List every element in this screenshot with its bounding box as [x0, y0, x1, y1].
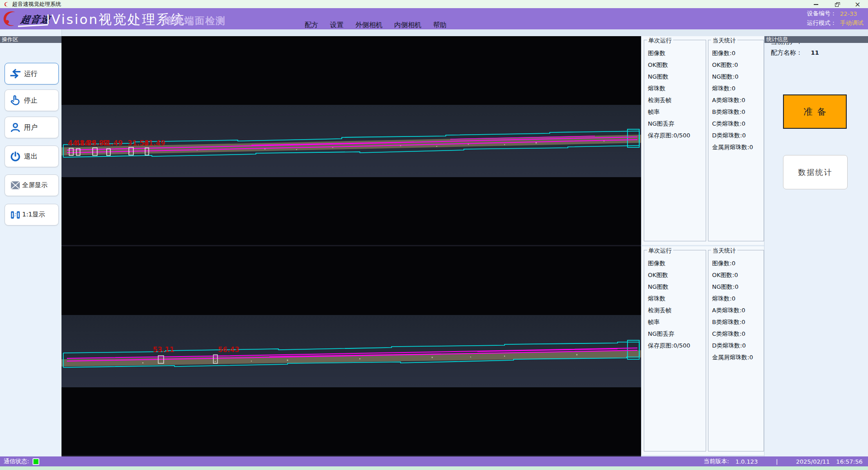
stat-row: NG图数 [644, 71, 706, 83]
stat-row: C类熔珠数:0 [708, 328, 764, 340]
fullscreen-button[interactable]: 全屏显示 [5, 174, 59, 196]
menu-item-inner-camera[interactable]: 内侧相机 [394, 21, 421, 29]
user-button[interactable]: 用户 [5, 117, 59, 138]
close-icon: × [854, 0, 860, 9]
user-button-label: 用户 [24, 123, 38, 132]
stop-button-label: 停止 [24, 96, 38, 105]
recipe-name-label: 配方名称： [771, 49, 802, 56]
comm-status-indicator [33, 458, 39, 465]
status-time: 16:57:56 [836, 458, 863, 465]
stat-row: C类熔珠数:0 [708, 118, 764, 130]
device-id-value: 22-33 [840, 10, 863, 17]
stat-row: 熔珠数:0 [708, 293, 764, 305]
one-to-one-button-label: 1:1显示 [22, 211, 45, 219]
fullscreen-button-label: 全屏显示 [22, 181, 47, 189]
stat-row: NG图数:0 [708, 281, 764, 293]
main-menu: 配方 设置 外侧相机 内侧相机 帮助 [305, 8, 447, 32]
stat-row: 金属屑熔珠数:0 [708, 352, 764, 363]
stop-hand-icon [9, 94, 21, 106]
brand-logo: 超音速 [1, 9, 51, 30]
minimize-button[interactable] [806, 0, 826, 8]
stat-row: A类熔珠数:0 [708, 305, 764, 316]
version-value: 1.0.123 [736, 458, 758, 465]
stat-row: 熔珠数 [644, 293, 706, 305]
operation-sidebar: 操作区 运行 停止 用户 [0, 29, 62, 456]
stat-row: 检测丢帧 [644, 94, 706, 106]
measurement-label: 56.43 [218, 346, 239, 353]
groupbox-single-run: 单次运行 图像数OK图数NG图数熔珠数检测丢帧帧率NG图丢弃保存原图:0/500 [644, 250, 706, 451]
single-run-rows: 图像数OK图数NG图数熔珠数检测丢帧帧率NG图丢弃保存原图:0/500 [644, 250, 706, 352]
app-header: 超音速 IVision视觉处理系统 熔珠端面检测 配方 设置 外侧相机 内侧相机… [0, 8, 868, 29]
run-mode-label: 运行模式： [807, 19, 836, 27]
weld-overlay-bottom [61, 246, 641, 455]
restore-button[interactable] [826, 0, 847, 8]
stat-row: NG图丢弃 [644, 328, 706, 340]
one-to-one-button[interactable]: 1:1显示 [5, 204, 59, 226]
window-bottom-edge [0, 466, 868, 470]
exit-button-label: 退出 [24, 152, 38, 161]
version-label: 当前版本: [703, 457, 729, 465]
stat-row: 金属屑熔珠数:0 [708, 141, 764, 153]
menu-item-help[interactable]: 帮助 [433, 21, 447, 29]
groupbox-title: 单次运行 [647, 37, 673, 45]
one-to-one-icon [9, 209, 21, 221]
stat-row: NG图数 [644, 281, 706, 293]
stat-row: OK图数 [644, 59, 706, 71]
menu-item-settings[interactable]: 设置 [330, 21, 344, 29]
exit-button[interactable]: 退出 [5, 146, 59, 167]
user-icon [9, 122, 21, 133]
fullscreen-icon [9, 179, 21, 191]
logo-emblem-icon [1, 9, 20, 30]
stat-row: 图像数:0 [708, 47, 764, 59]
stat-row: 保存原图:0/500 [644, 340, 706, 352]
sidebar-title: 操作区 [0, 36, 61, 43]
run-mode-value: 手动调试 [840, 19, 863, 27]
day-stats-rows: 图像数:0OK图数:0NG图数:0熔珠数:0A类熔珠数:0B类熔珠数:0C类熔珠… [708, 250, 764, 363]
status-bar: 通信状态: 当前版本: 1.0.123 | 2025/02/11 16:57:5… [0, 456, 868, 466]
power-icon [9, 150, 21, 162]
stat-row: 熔珠数 [644, 83, 706, 94]
stat-row: 检测丢帧 [644, 305, 706, 316]
restore-icon [835, 2, 839, 6]
stop-button[interactable]: 停止 [5, 89, 59, 111]
comm-status-label: 通信状态: [4, 457, 29, 465]
stat-row: 图像数 [644, 258, 706, 269]
stat-row: OK图数 [644, 269, 706, 281]
device-info: 设备编号： 22-33 运行模式： 手动调试 [807, 9, 863, 27]
stat-row: D类熔珠数:0 [708, 130, 764, 141]
stat-row: 图像数:0 [708, 258, 764, 269]
stat-row: B类熔珠数:0 [708, 106, 764, 118]
info-panel-title: 统计信息 [764, 36, 868, 43]
camera-view-top: 44.84 41.85 39.83 41.49 31.53 41.49 [61, 36, 641, 245]
stat-row: NG图数:0 [708, 71, 764, 83]
day-stats-rows: 图像数:0OK图数:0NG图数:0熔珠数:0A类熔珠数:0B类熔珠数:0C类熔珠… [708, 40, 764, 153]
menu-item-outer-camera[interactable]: 外侧相机 [355, 21, 382, 29]
close-button[interactable]: × [847, 0, 868, 8]
page-subtitle: 熔珠端面检测 [164, 14, 226, 27]
window-titlebar: 超音速视觉处理系统 × [0, 0, 868, 8]
data-statistics-button[interactable]: 数据统计 [783, 155, 848, 189]
stats-section-top: 单次运行 图像数OK图数NG图数熔珠数检测丢帧帧率NG图丢弃保存原图:0/500… [641, 36, 764, 245]
camera-view-bottom: 53.11 56.43 [61, 246, 641, 455]
groupbox-title: 当天统计 [711, 37, 737, 45]
statistics-info-panel: 统计信息 当前用户： 配方名称： 11 准备 数据统计 [764, 36, 868, 456]
stat-row: OK图数:0 [708, 269, 764, 281]
groupbox-day-stats: 当天统计 图像数:0OK图数:0NG图数:0熔珠数:0A类熔珠数:0B类熔珠数:… [708, 250, 764, 451]
menu-item-recipe[interactable]: 配方 [305, 21, 318, 29]
minimize-icon [814, 3, 818, 5]
stat-row: D类熔珠数:0 [708, 340, 764, 352]
run-button[interactable]: 运行 [5, 63, 59, 85]
status-date: 2025/02/11 [796, 458, 830, 465]
camera-view-stack: 44.84 41.85 39.83 41.49 31.53 41.49 [61, 36, 641, 456]
stat-row: 熔珠数:0 [708, 83, 764, 94]
measurement-label: 41.49 [144, 140, 165, 147]
stat-row: 帧率 [644, 316, 706, 328]
stats-section-bottom: 单次运行 图像数OK图数NG图数熔珠数检测丢帧帧率NG图丢弃保存原图:0/500… [641, 246, 764, 455]
stat-row: NG图丢弃 [644, 118, 706, 130]
run-arrows-icon [9, 68, 21, 80]
status-separator: | [776, 458, 778, 465]
run-button-label: 运行 [24, 70, 38, 78]
prepare-button[interactable]: 准备 [783, 94, 847, 129]
recipe-name-value: 11 [811, 49, 819, 56]
groupbox-title: 当天统计 [711, 247, 737, 255]
